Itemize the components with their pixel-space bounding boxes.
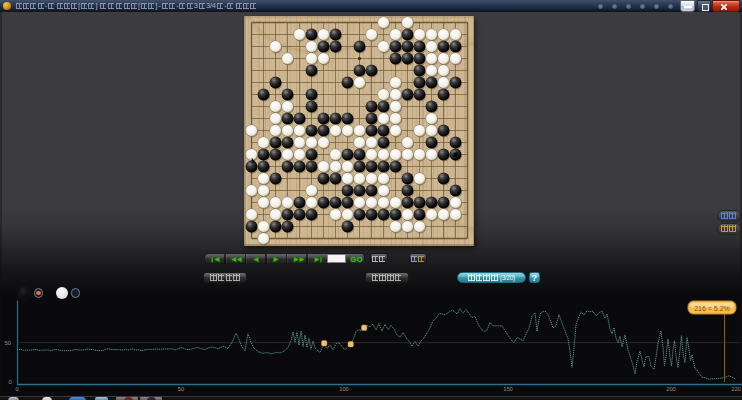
svg-text:216 = 5.2%: 216 = 5.2%	[694, 305, 730, 312]
svg-text:220: 220	[731, 386, 741, 392]
svg-text:0: 0	[9, 379, 12, 385]
svg-text:200: 200	[666, 386, 676, 392]
svg-text:50: 50	[5, 340, 11, 346]
svg-text:0: 0	[15, 386, 18, 392]
svg-text:100: 100	[339, 386, 349, 392]
svg-text:50: 50	[178, 386, 184, 392]
svg-text:150: 150	[503, 386, 513, 392]
